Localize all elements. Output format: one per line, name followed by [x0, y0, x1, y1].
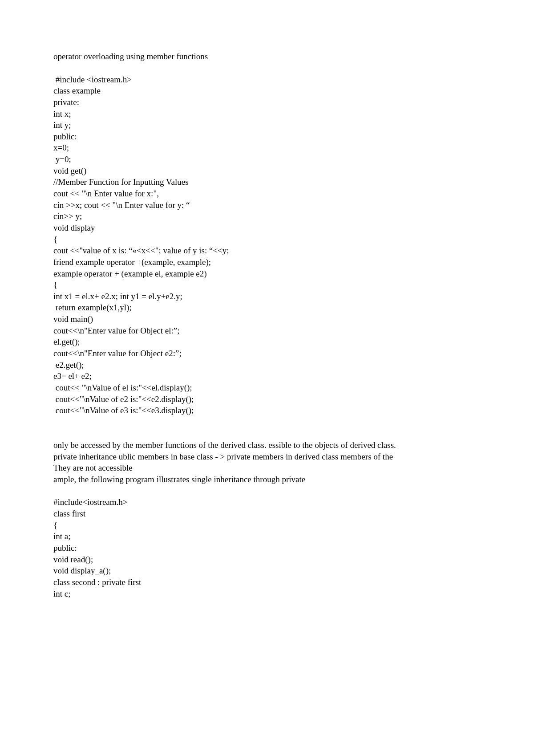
code-line: cout<<\n"Enter value for Object e2:”; [53, 348, 481, 359]
code-line: y=0; [53, 154, 481, 165]
code-line: void get() [53, 165, 481, 177]
code-line: #include <iostream.h> [53, 74, 481, 85]
code-block-1: #include <iostream.h> class example priv… [53, 74, 481, 416]
code-line: void main() [53, 313, 481, 325]
code-line: class example [53, 85, 481, 97]
code-line: { [53, 234, 481, 245]
code-line: cout<< "\nValue of el is:"<<el.display()… [53, 382, 481, 394]
spacer [53, 416, 481, 439]
code-line: int x1 = el.x+ e2.x; int y1 = el.y+e2.y; [53, 291, 481, 302]
code-line: cin>> y; [53, 211, 481, 222]
code-line: cout<<\n"Enter value for Object el:”; [53, 325, 481, 337]
code-line: int a; [53, 531, 481, 542]
code-line: class first [53, 508, 481, 520]
paragraph-line: only be accessed by the member functions… [53, 439, 481, 451]
code-line: x=0; [53, 142, 481, 154]
document-page: operator overloading using member functi… [0, 0, 534, 756]
code-line: class second : private first [53, 577, 481, 588]
code-line: example operator + (example el, example … [53, 268, 481, 280]
paragraph-block: only be accessed by the member functions… [53, 439, 481, 485]
page-title: operator overloading using member functi… [53, 51, 481, 62]
code-line: cout <<''value of x is: “«<x<<"; value o… [53, 245, 481, 256]
spacer [53, 62, 481, 74]
code-line: void display_a(); [53, 565, 481, 577]
code-block-2: #include<iostream.h> class first { int a… [53, 496, 481, 599]
code-line: e3= el+ e2; [53, 370, 481, 382]
code-line: public: [53, 131, 481, 142]
code-line: public: [53, 542, 481, 554]
code-line: cout<<"\nValue of e2 is:"<<e2.display(); [53, 394, 481, 405]
spacer [53, 485, 481, 496]
code-line: return example(x1,yl); [53, 302, 481, 313]
code-line: el.get(); [53, 336, 481, 348]
paragraph-line: ample, the following program illustrates… [53, 474, 481, 485]
code-line: int y; [53, 119, 481, 131]
code-line: cout<<"\nValue of e3 is:"<<e3.display(); [53, 405, 481, 416]
paragraph-line: private inheritance ublic members in bas… [53, 451, 481, 463]
code-line: friend example operator +(example, examp… [53, 256, 481, 268]
code-line: #include<iostream.h> [53, 496, 481, 508]
code-line: void read(); [53, 554, 481, 565]
code-line: private: [53, 97, 481, 108]
paragraph-line: They are not accessible [53, 462, 481, 474]
code-line: int x; [53, 108, 481, 120]
code-line: cout << "\n Enter value for x:", [53, 188, 481, 199]
code-line: void display [53, 222, 481, 234]
code-line: cin >>x; cout << "\n Enter value for y: … [53, 199, 481, 211]
code-line: { [53, 279, 481, 291]
code-line: int c; [53, 588, 481, 600]
code-line: { [53, 520, 481, 531]
code-line: //Member Function for Inputting Values [53, 176, 481, 188]
code-line: e2.get(); [53, 359, 481, 371]
